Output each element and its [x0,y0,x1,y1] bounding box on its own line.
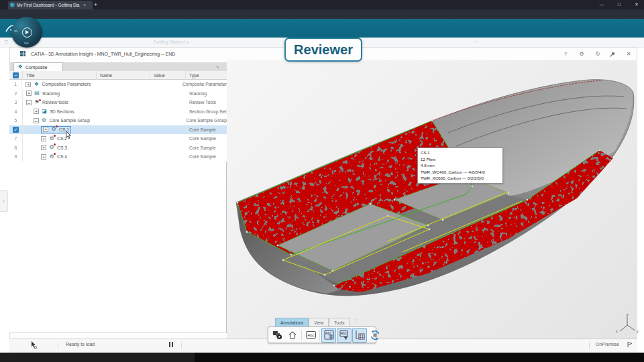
column-name[interactable]: Name [97,71,150,80]
core-sample-icon [50,126,57,133]
row-type: Stacking [186,89,227,99]
flag-icon[interactable] [627,341,633,348]
row-title-cell[interactable]: +CS.3 [23,143,97,153]
table-header: – Title Name Value Type [9,71,227,80]
render-style-button[interactable] [270,328,284,343]
row-title-cell[interactable]: +CS.1 [23,125,97,135]
3d-viewport[interactable]: CS.112 Plies4.8 mmTWR_WC400_Carbon --- 4… [227,60,637,339]
add-dashboard-tab[interactable]: + [475,40,478,44]
window-maximize-button[interactable]: ▢ [613,0,625,9]
tab-tools[interactable]: Tools [329,318,350,326]
table-row[interactable]: 8+CS.3Core Sample [9,143,227,153]
column-title[interactable]: Title [23,71,97,80]
row-name-cell [97,152,150,162]
column-type[interactable]: Type [186,71,227,80]
row-type: Composite Parameter [179,80,227,89]
update-3d-button[interactable] [368,328,382,343]
row-type: Core Sample [186,125,227,135]
select-all-cell[interactable]: – [9,71,23,80]
column-value[interactable]: Value [150,71,186,80]
row-number-cell: 1 [9,80,22,89]
review-tools-icon [34,99,40,106]
expand-toggle[interactable]: + [41,145,46,150]
checked-checkbox[interactable]: ✓ [13,127,19,133]
tab-annotations[interactable]: Annotations [275,318,309,326]
expand-toggle[interactable]: – [34,118,39,123]
table-row[interactable]: 7+CS.2Core Sample [9,134,227,143]
row-value-cell [148,116,182,125]
tab-view[interactable]: View [309,318,329,326]
app-close-icon[interactable]: ✕ [624,51,633,57]
core-sample-group-icon [41,117,48,124]
row-title-cell[interactable]: +Composites Parameters [22,80,93,89]
3dexperience-compass-logo[interactable]: 3D V.R [11,17,42,48]
compass-play-icon [22,27,32,38]
row-title: CS.4 [57,154,67,159]
row-title-cell[interactable]: –Review tools [23,98,97,107]
expand-toggle[interactable]: + [26,90,32,96]
annotation-filter-button[interactable]: Abc [337,328,352,343]
expand-toggle[interactable]: + [41,136,46,141]
tab-composite[interactable]: Composite [13,62,63,71]
table-row[interactable]: ✓+CS.1Core Sample [9,125,227,135]
status-divider2 [181,343,182,349]
text-annotation-button[interactable]: Abc [303,328,318,343]
expand-toggle[interactable]: + [43,127,48,132]
axis-y-label: y [637,329,639,333]
tooltip-line: 4.8 mm [421,162,500,169]
boat-hull-model[interactable] [227,60,637,339]
core-sample-icon [48,135,55,142]
table-row[interactable]: 4+3D SectionsSection Group Set [9,107,227,117]
app-refresh-icon[interactable]: ↻ [593,51,602,57]
reviewer-annotation-badge: Reviewer [284,38,362,62]
browser-tab[interactable]: My First Dashboard - Getting Sta × [8,1,93,9]
select-all-checkbox[interactable]: – [13,72,19,78]
row-title-cell[interactable]: +Stacking [23,89,97,99]
annotation-grid-button[interactable] [352,328,367,343]
status-message: Ready to load [66,342,95,347]
expand-toggle[interactable]: + [34,109,39,114]
row-title-cell[interactable]: +3D Sections [23,107,97,117]
expand-toggle[interactable]: + [41,154,46,160]
row-title-cell[interactable]: +CS.2 [23,134,97,143]
table-row[interactable]: 2+StackingStacking [9,89,227,99]
app-pin-icon[interactable] [609,51,616,58]
favorite-heart-icon[interactable]: ♡ [354,318,359,326]
table-row[interactable]: 9+CS.4Core Sample [9,152,227,162]
row-type: Core Sample Group [183,116,227,125]
new-tab-button[interactable]: + [94,1,97,8]
browser-nav-bar: ↻ ve4al136plp.dsone.3ds.com:444/3DDashbo… [0,9,644,19]
viewer-toolbar: Abc Abc Abc [268,326,376,343]
toolbar-divider2 [319,330,320,341]
home-view-button[interactable] [285,328,300,343]
annotation-table-button[interactable]: Abc [321,328,336,343]
svg-text:Abc: Abc [325,331,331,335]
onpremise-label: OnPremise [596,342,619,347]
row-value-cell [150,107,186,117]
row-number-cell: 9 [9,152,23,162]
row-value-cell [150,134,186,143]
row-number-cell[interactable]: ✓ [9,125,23,135]
bottom-black-bar [0,353,644,362]
collapse-panel-arrow[interactable]: ‹ [0,190,8,212]
expand-toggle[interactable]: + [25,82,31,87]
pause-icon[interactable] [169,342,173,347]
row-type: Review Tools [186,98,227,107]
dashboard-menu-icon[interactable]: ☰ [4,40,8,45]
row-value-cell [145,80,179,89]
app-help-icon[interactable]: ? [561,51,570,57]
tab-close-icon[interactable]: × [83,3,86,7]
tab-getting-started[interactable]: Getting Started ∨ [153,40,189,45]
table-row[interactable]: 3–Review toolsReview Tools [9,98,227,107]
app-settings-gear-icon[interactable]: ⚙ [577,51,586,57]
row-title-cell[interactable]: –Core Sample Group [23,116,95,125]
row-title: Composites Parameters [42,82,91,86]
screen: { "browser": { "tab_title": "My First Da… [0,0,644,362]
window-minimize-button[interactable]: — [596,0,608,9]
tooltip-line: TWR_XC600_Carbon --- 0/2/2/0/0 [421,175,500,182]
table-row[interactable]: 5–Core Sample GroupCore Sample Group [9,116,227,125]
row-title-cell[interactable]: +CS.4 [23,152,97,162]
window-close-button[interactable]: ✕ [631,0,643,9]
expand-toggle[interactable]: – [26,100,32,105]
table-row[interactable]: 1+Composites ParametersComposite Paramet… [9,80,227,89]
